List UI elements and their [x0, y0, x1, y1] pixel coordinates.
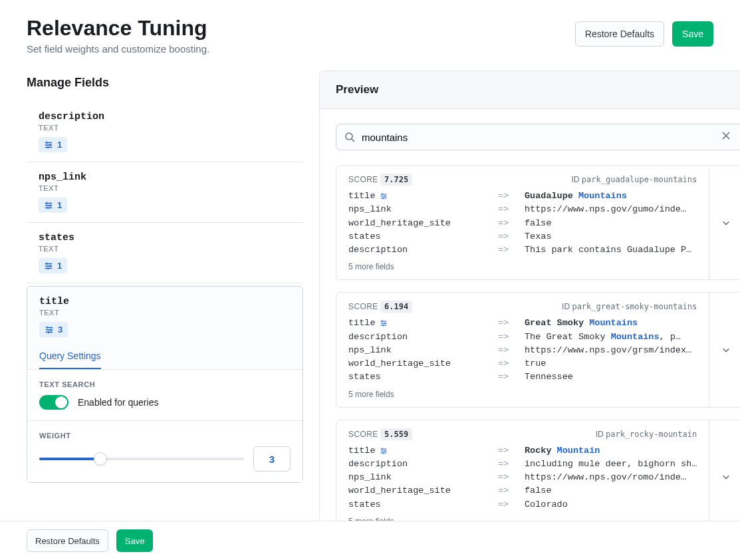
field-item[interactable]: states TEXT 1 [27, 223, 303, 283]
weight-badge[interactable]: 1 [39, 137, 67, 152]
result-field-value: true [525, 357, 697, 370]
result-field-name: nps_link [348, 344, 498, 357]
result-field-name: description [348, 331, 498, 344]
id-label: ID [596, 430, 604, 439]
result-row: world_heritage_site => true [348, 357, 697, 370]
arrow-icon: => [498, 357, 525, 370]
field-name: description [39, 111, 291, 122]
arrow-icon: => [498, 370, 525, 384]
weight-badge[interactable]: 1 [39, 258, 67, 273]
field-type: TEXT [39, 184, 291, 192]
result-row: nps_link => https://www.nps.gov/gumo/ind… [348, 203, 697, 216]
arrow-icon: => [498, 344, 525, 357]
expand-result-button[interactable] [709, 293, 740, 406]
result-field-name: title [348, 444, 498, 458]
expand-result-button[interactable] [709, 420, 740, 534]
result-field-value: Guadalupe Mountains [525, 190, 697, 203]
tab-query-settings[interactable]: Query Settings [39, 344, 101, 369]
result-field-value: Rocky Mountain [525, 444, 697, 458]
result-field-value: including mule deer, bighorn sh… [525, 458, 697, 471]
result-card: SCORE 5.559 ID park_rocky-mountain title… [336, 420, 740, 535]
tune-icon [44, 201, 53, 210]
expand-result-button[interactable] [709, 166, 740, 279]
field-item-title-expanded: title TEXT 3 Query Settings TEXT SEARCH … [27, 286, 303, 483]
arrow-icon: => [498, 317, 525, 330]
weight-badge-value: 1 [57, 140, 62, 150]
result-row: world_heritage_site => false [348, 217, 697, 230]
clear-search-button[interactable] [718, 128, 734, 146]
result-field-name: world_heritage_site [348, 217, 498, 230]
close-icon [721, 130, 731, 141]
result-field-value: https://www.nps.gov/grsm/index… [525, 344, 697, 357]
chevron-down-icon [721, 345, 731, 354]
result-field-value: The Great Smoky Mountains, p… [525, 331, 697, 344]
result-field-name: world_heritage_site [348, 484, 498, 497]
result-field-name: nps_link [348, 203, 498, 216]
result-field-name: description [348, 458, 498, 471]
field-name: title [39, 296, 291, 307]
result-field-name: nps_link [348, 471, 498, 484]
result-card: SCORE 7.725 ID park_guadalupe-mountains … [336, 165, 740, 280]
result-row: description => This park contains Guadal… [348, 243, 697, 257]
id-value: park_great-smoky-mountains [572, 302, 697, 311]
save-button-footer[interactable]: Save [116, 529, 154, 552]
field-type: TEXT [39, 124, 291, 132]
search-input[interactable] [355, 132, 718, 143]
arrow-icon: => [498, 498, 525, 511]
restore-defaults-button-footer[interactable]: Restore Defaults [27, 529, 108, 552]
field-item[interactable]: nps_link TEXT 1 [27, 162, 303, 223]
bottom-bar: Restore Defaults Save [0, 521, 740, 560]
page-title: Relevance Tuning [27, 16, 209, 41]
result-field-name: title [348, 190, 498, 203]
svg-point-0 [346, 133, 352, 140]
more-fields[interactable]: 5 more fields [348, 262, 697, 271]
result-field-name: world_heritage_site [348, 357, 498, 370]
arrow-icon: => [498, 331, 525, 344]
result-field-name: states [348, 370, 498, 384]
preview-panel: Preview SCORE 7.725 [319, 70, 740, 560]
id-value: park_guadalupe-mountains [582, 175, 697, 184]
tune-icon [380, 447, 388, 455]
text-search-toggle[interactable] [39, 395, 68, 410]
weight-badge[interactable]: 3 [39, 322, 68, 337]
result-row: title => Rocky Mountain [348, 444, 697, 458]
arrow-icon: => [498, 444, 525, 458]
weight-badge-value: 3 [58, 325, 62, 335]
result-row: states => Colorado [348, 498, 697, 511]
weight-badge[interactable]: 1 [39, 198, 67, 213]
weight-input[interactable] [253, 446, 291, 472]
result-row: states => Texas [348, 230, 697, 243]
weight-slider[interactable] [39, 452, 244, 466]
tune-icon [44, 261, 53, 271]
result-field-name: states [348, 230, 498, 243]
page-subtitle: Set field weights and customize boosting… [27, 43, 209, 55]
save-button[interactable]: Save [672, 21, 713, 47]
arrow-icon: => [498, 190, 525, 203]
toggle-label: Enabled for queries [78, 397, 158, 408]
result-row: nps_link => https://www.nps.gov/grsm/ind… [348, 344, 697, 357]
result-field-value: false [525, 484, 697, 497]
result-field-value: https://www.nps.gov/romo/inde… [525, 471, 697, 484]
id-value: park_rocky-mountain [606, 430, 697, 439]
score-label: SCORE [348, 302, 378, 311]
arrow-icon: => [498, 217, 525, 230]
tune-icon [44, 140, 53, 150]
result-field-value: Great Smoky Mountains [525, 317, 697, 330]
slider-thumb[interactable] [94, 452, 107, 466]
arrow-icon: => [498, 243, 525, 257]
restore-defaults-button[interactable]: Restore Defaults [575, 21, 664, 47]
result-field-value: Texas [525, 230, 697, 243]
field-type: TEXT [39, 309, 291, 317]
result-field-name: states [348, 498, 498, 511]
field-item[interactable]: description TEXT 1 [27, 102, 303, 162]
field-name: states [39, 232, 291, 243]
score-label: SCORE [348, 175, 378, 184]
tune-icon [45, 325, 54, 335]
manage-fields-heading: Manage Fields [27, 76, 303, 90]
more-fields[interactable]: 5 more fields [348, 390, 697, 399]
text-search-label: TEXT SEARCH [39, 380, 291, 388]
weight-badge-value: 1 [57, 200, 62, 210]
weight-label: WEIGHT [39, 432, 291, 440]
result-field-value: This park contains Guadalupe P… [525, 243, 697, 257]
preview-heading: Preview [336, 83, 740, 96]
